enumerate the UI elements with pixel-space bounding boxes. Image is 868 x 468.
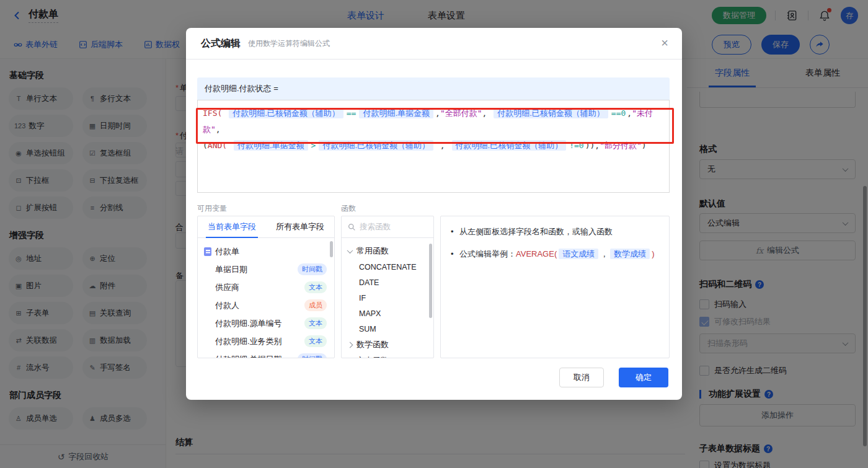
- function-group-label: 数学函数: [356, 339, 389, 350]
- function-group-label: 文本函数: [356, 355, 389, 358]
- help-example-separator: ，: [600, 249, 608, 258]
- variable-item[interactable]: 付款明细.业务类别文本: [204, 332, 332, 350]
- function-item[interactable]: SUM: [348, 321, 433, 337]
- modal-header: 公式编辑 使用数学运算符编辑公式 ×: [186, 28, 682, 60]
- modal-title: 公式编辑: [201, 37, 241, 50]
- field-type-badge: 文本: [304, 317, 327, 329]
- form-doc-icon: [204, 247, 211, 256]
- field-type-badge: 文本: [304, 335, 327, 347]
- variable-name: 付款明细.源单编号: [215, 318, 282, 329]
- formula-str-token: "部分付款": [600, 141, 642, 150]
- function-item[interactable]: MAPX: [348, 306, 433, 321]
- variable-name: 付款明细.单据日期: [215, 354, 282, 359]
- close-icon[interactable]: ×: [661, 37, 668, 49]
- formula-plain-token: ,: [216, 125, 221, 134]
- modal-footer: 取消 确定: [559, 368, 668, 387]
- formula-op-token: !=0: [569, 141, 583, 150]
- formula-field-token[interactable]: 付款明细.单据金额: [234, 140, 308, 151]
- app-window: 付款单 表单设计 表单设置 数据管理: [0, 0, 868, 468]
- field-type-badge: 文本: [304, 281, 327, 293]
- formula-op-token: ==: [347, 108, 356, 118]
- function-item[interactable]: IF: [348, 290, 433, 306]
- cancel-button[interactable]: 取消: [559, 368, 604, 387]
- chevron-right-icon: [347, 358, 353, 358]
- variable-item[interactable]: 付款明细.源单编号文本: [204, 314, 332, 332]
- confirm-button[interactable]: 确定: [619, 368, 668, 387]
- variables-panel: 当前表单字段 所有表单字段 付款单 单据日期时间戳供应商文本付款人成员付款明细.…: [197, 216, 335, 358]
- formula-field-token[interactable]: 付款明细.已核销金额（辅助）: [319, 140, 433, 151]
- formula-plain-token: ,: [482, 108, 492, 118]
- variable-root-label: 付款单: [215, 246, 239, 257]
- help-tip2-prefix: 公式编辑举例：: [459, 249, 516, 258]
- variable-name: 供应商: [215, 282, 239, 293]
- function-group-label: 常用函数: [356, 245, 389, 257]
- function-group[interactable]: 文本函数: [348, 353, 433, 358]
- formula-help-panel: 从左侧面板选择字段名和函数，或输入函数 公式编辑举例：AVERAGE(语文成绩，…: [440, 216, 670, 358]
- function-search: [342, 216, 433, 238]
- help-example-function: AVERAGE(: [516, 249, 557, 258]
- tab-all-form-fields[interactable]: 所有表单字段: [266, 216, 334, 237]
- field-type-badge: 时间戳: [298, 353, 327, 358]
- help-example-field-chip: 数学成绩: [610, 249, 650, 259]
- formula-field-token[interactable]: 付款明细.已核销金额（辅助）: [494, 108, 608, 118]
- function-item[interactable]: CONCATENATE: [348, 259, 433, 275]
- formula-field-token[interactable]: 付款明细.单据金额: [359, 108, 433, 118]
- search-icon: [348, 223, 356, 231]
- modal-subtitle: 使用数学运算符编辑公式: [248, 38, 330, 49]
- formula-plain-token: ): [642, 141, 647, 150]
- variable-name: 付款人: [215, 300, 239, 311]
- variables-scrollbar[interactable]: [330, 241, 333, 257]
- tab-current-form-fields[interactable]: 当前表单字段: [198, 216, 266, 237]
- formula-fn-token: IFS(: [203, 108, 227, 118]
- formula-field-token[interactable]: 付款明细.已核销金额（辅助）: [229, 108, 343, 118]
- formula-editor-modal: 公式编辑 使用数学运算符编辑公式 × 付款明细.付款状态 = IFS( 付款明细…: [186, 28, 682, 400]
- function-group[interactable]: 数学函数: [348, 337, 433, 353]
- field-type-badge: 时间戳: [298, 263, 327, 275]
- formula-fn-token: AND(: [208, 141, 232, 150]
- variables-tabs: 当前表单字段 所有表单字段: [198, 216, 334, 238]
- function-list: 常用函数CONCATENATEDATEIFMAPXSUM数学函数文本函数: [342, 238, 433, 358]
- variable-name: 付款明细.业务类别: [215, 336, 282, 347]
- formula-plain-token: ,: [627, 108, 632, 118]
- function-search-input[interactable]: [360, 223, 422, 231]
- functions-scrollbar[interactable]: [429, 244, 432, 318]
- help-tip-1: 从左侧面板选择字段名和函数，或输入函数: [451, 225, 659, 239]
- variable-item[interactable]: 供应商文本: [204, 278, 332, 296]
- formula-plain-token: ,: [435, 108, 440, 118]
- formula-plain-token: )),: [585, 141, 600, 150]
- formula-target-bar: 付款明细.付款状态 =: [197, 77, 670, 100]
- functions-label: 函数: [341, 203, 356, 214]
- variable-item[interactable]: 付款人成员: [204, 296, 332, 314]
- help-tip-2: 公式编辑举例：AVERAGE(语文成绩，数学成绩): [451, 247, 659, 261]
- formula-plain-token: (: [203, 141, 208, 150]
- chevron-down-icon: [347, 247, 353, 254]
- field-type-badge: 成员: [304, 299, 327, 311]
- variable-item[interactable]: 付款明细.单据日期时间戳: [204, 350, 332, 358]
- variable-item[interactable]: 单据日期时间戳: [204, 260, 332, 278]
- variable-name: 单据日期: [215, 264, 247, 275]
- help-example-function-close: ): [652, 249, 654, 258]
- formula-str-token: "全部付款": [440, 108, 482, 118]
- help-example-field-chip: 语文成绩: [559, 249, 598, 259]
- formula-input[interactable]: IFS( 付款明细.已核销金额（辅助）==付款明细.单据金额,"全部付款", 付…: [197, 100, 670, 193]
- variable-list: 付款单 单据日期时间戳供应商文本付款人成员付款明细.源单编号文本付款明细.业务类…: [198, 238, 334, 358]
- formula-op-token: ==0: [611, 108, 626, 118]
- function-item[interactable]: DATE: [348, 275, 433, 290]
- functions-panel: 常用函数CONCATENATEDATEIFMAPXSUM数学函数文本函数: [341, 216, 434, 358]
- formula-field-token[interactable]: 付款明细.已核销金额（辅助）: [452, 140, 567, 151]
- function-group[interactable]: 常用函数: [348, 243, 433, 259]
- variables-label: 可用变量: [197, 203, 227, 214]
- chevron-right-icon: [347, 342, 353, 348]
- formula-plain-token: ,: [435, 141, 450, 150]
- formula-op-token: >: [311, 141, 316, 150]
- variable-root-item[interactable]: 付款单: [204, 243, 332, 260]
